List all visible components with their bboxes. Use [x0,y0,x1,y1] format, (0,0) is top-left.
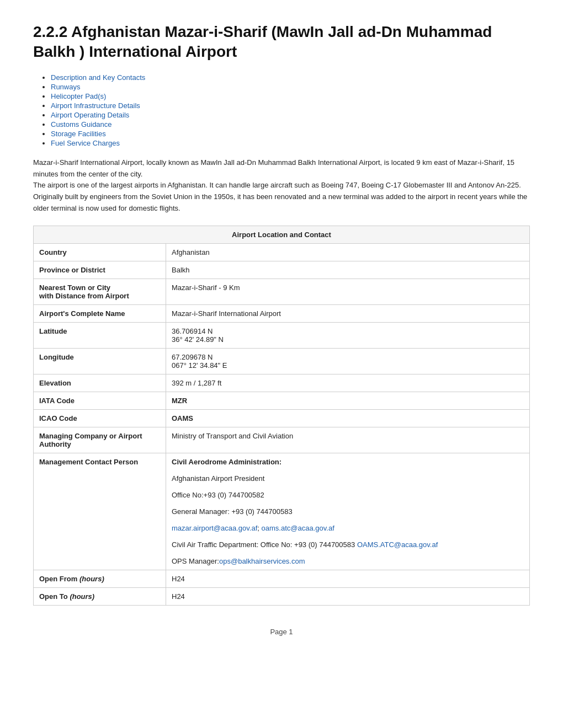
airport-location-contact-table: Airport Location and Contact CountryAfgh… [33,226,530,606]
table-row: Managing Company or Airport AuthorityMin… [34,427,530,453]
table-row: Longitude67.209678 N067° 12' 34.84" E [34,348,530,374]
toc-list: Description and Key ContactsRunwaysHelic… [39,73,530,147]
intro-text: Mazar-i-Sharif International Airport, lo… [33,157,530,215]
row-label: Open To (hours) [34,587,166,605]
row-value: Afghanistan [166,243,530,261]
row-label: Country [34,243,166,261]
intro-paragraph-1: Mazar-i-Sharif International Airport, lo… [33,157,530,180]
toc-item: Fuel Service Charges [51,139,530,147]
table-row: Airport's Complete NameMazar-i-Sharif In… [34,304,530,322]
page-title: 2.2.2 Afghanistan Mazar-i-Sharif (MawIn … [33,22,530,62]
email-link-2[interactable]: oams.atc@acaa.gov.af [262,524,334,532]
row-value: OAMS [166,409,530,427]
toc-link[interactable]: Airport Infrastructure Details [51,101,140,110]
row-label: Latitude [34,322,166,348]
toc-item: Storage Facilities [51,130,530,138]
row-value: 36.706914 N36° 42' 24.89" N [166,322,530,348]
email-link-4[interactable]: ops@balkhairservices.com [219,557,305,565]
row-value: Ministry of Transport and Civil Aviation [166,427,530,453]
table-row: CountryAfghanistan [34,243,530,261]
table-row: Elevation392 m / 1,287 ft [34,374,530,392]
toc-link[interactable]: Storage Facilities [51,130,106,138]
table-row: ICAO CodeOAMS [34,409,530,427]
toc-item: Airport Operating Details [51,111,530,119]
row-value: Civil Aerodrome Administration:Afghanist… [166,453,530,570]
row-label: Management Contact Person [34,453,166,570]
row-value: Mazar-i-Sharif International Airport [166,304,530,322]
email-link-1[interactable]: mazar.airport@acaa.gov.af [172,524,257,532]
toc-link[interactable]: Runways [51,83,80,91]
toc-link[interactable]: Fuel Service Charges [51,139,120,147]
toc-link[interactable]: Description and Key Contacts [51,73,145,82]
row-label: Elevation [34,374,166,392]
row-label: Nearest Town or Citywith Distance from A… [34,279,166,304]
row-label: Longitude [34,348,166,374]
toc-item: Helicopter Pad(s) [51,92,530,100]
row-value: Balkh [166,261,530,279]
row-value: 67.209678 N067° 12' 34.84" E [166,348,530,374]
row-value: MZR [166,392,530,409]
toc-link[interactable]: Airport Operating Details [51,111,129,119]
intro-paragraph-2: The airport is one of the largest airpor… [33,180,530,214]
row-label: Province or District [34,261,166,279]
table-of-contents: Description and Key ContactsRunwaysHelic… [33,73,530,147]
row-label: Managing Company or Airport Authority [34,427,166,453]
table-row: Open From (hours)H24 [34,570,530,587]
toc-item: Airport Infrastructure Details [51,101,530,110]
row-value: H24 [166,570,530,587]
email-link-3[interactable]: OAMS.ATC@acaa.gov.af [357,540,438,549]
table-row: Nearest Town or Citywith Distance from A… [34,279,530,304]
toc-item: Description and Key Contacts [51,73,530,82]
table-row: Management Contact PersonCivil Aerodrome… [34,453,530,570]
table-row: Province or DistrictBalkh [34,261,530,279]
toc-item: Runways [51,83,530,91]
row-value: H24 [166,587,530,605]
table-row: IATA CodeMZR [34,392,530,409]
row-value: 392 m / 1,287 ft [166,374,530,392]
row-label: ICAO Code [34,409,166,427]
table-row: Open To (hours)H24 [34,587,530,605]
row-label: IATA Code [34,392,166,409]
table-row: Latitude36.706914 N36° 42' 24.89" N [34,322,530,348]
row-value: Mazar-i-Sharif - 9 Km [166,279,530,304]
table-header: Airport Location and Contact [34,226,530,243]
toc-item: Customs Guidance [51,120,530,129]
toc-link[interactable]: Helicopter Pad(s) [51,92,106,100]
row-label: Open From (hours) [34,570,166,587]
row-label: Airport's Complete Name [34,304,166,322]
toc-link[interactable]: Customs Guidance [51,120,112,129]
page-footer: Page 1 [33,628,530,636]
